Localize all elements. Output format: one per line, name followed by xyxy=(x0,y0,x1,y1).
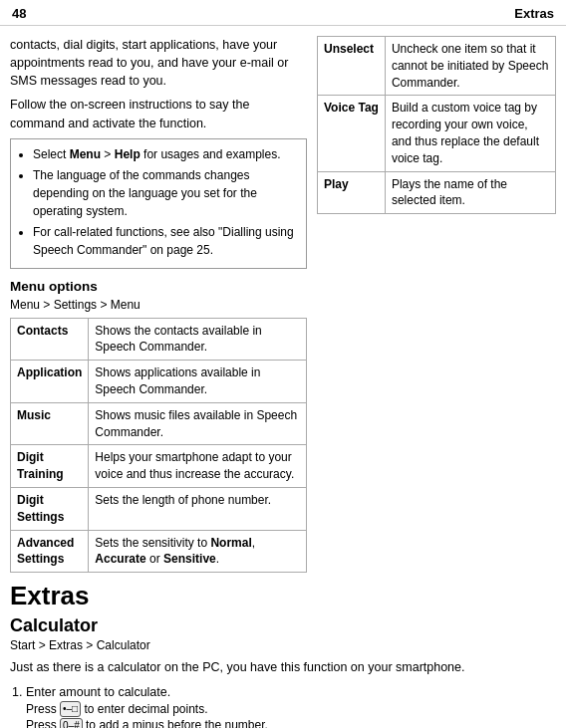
page-number: 48 xyxy=(12,6,26,21)
decimal-icon: •–□ xyxy=(60,701,81,717)
intro-para-1: contacts, dial digits, start application… xyxy=(10,36,307,90)
row-label: Application xyxy=(11,361,89,403)
table-row: Contacts Shows the contacts available in… xyxy=(11,318,307,361)
step-1-sub2: Press 0–# to add a minus before the numb… xyxy=(26,717,556,728)
table-row: Music Shows music files available in Spe… xyxy=(11,402,307,445)
bullet-box: Select Menu > Help for usages and exampl… xyxy=(10,138,307,269)
bullet-item-1: Select Menu > Help for usages and exampl… xyxy=(33,145,298,163)
table-row: Play Plays the name of the selected item… xyxy=(318,171,556,214)
bullet-item-2: The language of the commands changes dep… xyxy=(33,166,298,220)
table-row: Application Shows applications available… xyxy=(11,361,307,403)
help-label: Help xyxy=(115,147,141,161)
row-desc: Helps your smartphone adapt to your voic… xyxy=(89,445,307,488)
menu-options-table: Contacts Shows the contacts available in… xyxy=(10,318,307,574)
bullet-list: Select Menu > Help for usages and exampl… xyxy=(19,145,298,259)
menu-breadcrumb: Menu > Settings > Menu xyxy=(10,298,307,312)
row-desc: Sets the length of phone number. xyxy=(89,488,307,531)
row-label: Unselect xyxy=(318,37,386,96)
table-row: DigitTraining Helps your smartphone adap… xyxy=(11,445,307,488)
row-label: DigitTraining xyxy=(11,445,89,488)
step-1: Enter amount to calculate. Press •–□ to … xyxy=(26,683,556,729)
minus-icon: 0–# xyxy=(60,718,83,728)
row-label: DigitSettings xyxy=(11,488,89,531)
intro-para-2: Follow the on-screen instructions to say… xyxy=(10,96,307,131)
row-label: AdvancedSettings xyxy=(11,530,89,573)
extras-para-1: Just as there is a calculator on the PC,… xyxy=(10,658,556,676)
step-1-sub1: Press •–□ to enter decimal points. xyxy=(26,701,556,718)
page-header: 48 Extras xyxy=(0,0,566,26)
extras-heading: Extras xyxy=(10,581,556,611)
calculator-heading: Calculator xyxy=(10,615,556,636)
row-label: Voice Tag xyxy=(318,96,386,171)
table-row: Unselect Uncheck one item so that it can… xyxy=(318,37,556,96)
row-desc: Plays the name of the selected item. xyxy=(385,171,555,214)
extras-section: Extras Calculator Start > Extras > Calcu… xyxy=(0,573,566,728)
menu-options-title: Menu options xyxy=(10,279,307,294)
row-label: Contacts xyxy=(11,318,89,361)
row-desc: Sets the sensitivity to Normal, Accurate… xyxy=(89,530,307,573)
row-desc: Shows applications available in Speech C… xyxy=(89,361,307,403)
chapter-title: Extras xyxy=(514,6,554,21)
start-breadcrumb: Start > Extras > Calculator xyxy=(10,638,556,652)
menu-label: Menu xyxy=(70,147,101,161)
right-column: Unselect Uncheck one item so that it can… xyxy=(317,36,556,573)
row-label: Music xyxy=(11,402,89,445)
top-content: contacts, dial digits, start application… xyxy=(0,26,566,573)
row-desc: Uncheck one item so that it cannot be in… xyxy=(385,37,555,96)
right-top-table: Unselect Uncheck one item so that it can… xyxy=(317,36,556,214)
bullet-item-3: For call-related functions, see also "Di… xyxy=(33,223,298,259)
table-row: AdvancedSettings Sets the sensitivity to… xyxy=(11,530,307,573)
steps-list: Enter amount to calculate. Press •–□ to … xyxy=(10,683,556,729)
row-label: Play xyxy=(318,171,386,214)
table-row: DigitSettings Sets the length of phone n… xyxy=(11,488,307,531)
row-desc: Build a custom voice tag by recording yo… xyxy=(385,96,555,171)
row-desc: Shows the contacts available in Speech C… xyxy=(89,318,307,361)
row-desc: Shows music files available in Speech Co… xyxy=(89,402,307,445)
left-column: contacts, dial digits, start application… xyxy=(10,36,307,573)
table-row: Voice Tag Build a custom voice tag by re… xyxy=(318,96,556,171)
